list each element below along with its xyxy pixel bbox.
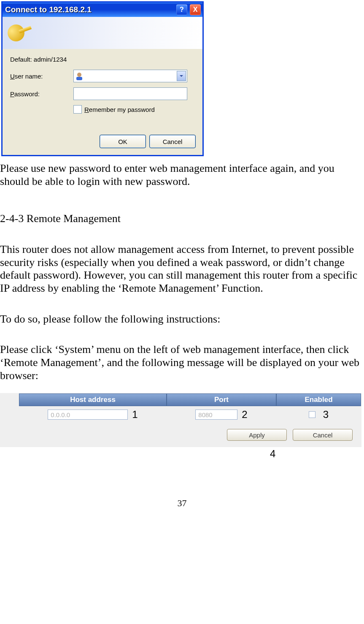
col-header-host: Host address	[19, 393, 167, 406]
section-heading: 2-4-3 Remote Management	[0, 212, 364, 225]
close-button[interactable]: X	[190, 4, 201, 15]
dialog-titlebar: Connect to 192.168.2.1 ? X	[3, 3, 202, 17]
chevron-down-icon[interactable]	[177, 71, 186, 81]
callout-4: 4	[270, 448, 364, 460]
ok-button[interactable]: OK	[100, 135, 146, 148]
enabled-checkbox[interactable]	[309, 411, 315, 418]
remember-label: Remember my password	[84, 106, 155, 113]
help-icon: ?	[180, 6, 184, 14]
close-icon: X	[193, 6, 198, 14]
dialog-title: Connect to 192.168.2.1	[5, 5, 174, 14]
callout-2: 2	[242, 409, 247, 421]
key-icon	[5, 22, 27, 43]
help-button[interactable]: ?	[176, 4, 187, 15]
page-number: 37	[0, 498, 364, 509]
paragraph-4: Please click ‘System’ menu on the left o…	[0, 343, 364, 382]
callout-3: 3	[323, 409, 329, 421]
username-field[interactable]	[73, 70, 187, 82]
dialog-banner	[3, 17, 202, 49]
auth-dialog: Connect to 192.168.2.1 ? X Default: admi…	[1, 1, 204, 156]
password-field[interactable]	[73, 87, 187, 100]
col-header-port: Port	[167, 393, 276, 406]
paragraph-1: Please use new password to enter web man…	[0, 162, 364, 188]
cancel-button[interactable]: Cancel	[149, 135, 196, 148]
port-input[interactable]: 8080	[195, 410, 237, 420]
paragraph-3: To do so, please follow the following in…	[0, 313, 364, 326]
hint-text: Default: admin/1234	[10, 56, 195, 63]
paragraph-2: This router does not allow management ac…	[0, 243, 364, 295]
svg-point-0	[77, 73, 81, 77]
svg-rect-1	[76, 77, 82, 80]
rm-cancel-button[interactable]: Cancel	[293, 429, 353, 441]
remote-management-figure: Host address Port Enabled 0.0.0.0 1 8080…	[0, 393, 361, 447]
password-label: Password:	[10, 90, 73, 98]
username-label: User name:	[10, 73, 73, 80]
host-address-input[interactable]: 0.0.0.0	[48, 410, 128, 420]
callout-1: 1	[132, 409, 138, 421]
apply-button[interactable]: Apply	[227, 429, 287, 441]
col-header-enabled: Enabled	[276, 393, 361, 406]
remember-checkbox[interactable]	[73, 105, 82, 114]
avatar-icon	[75, 71, 84, 81]
